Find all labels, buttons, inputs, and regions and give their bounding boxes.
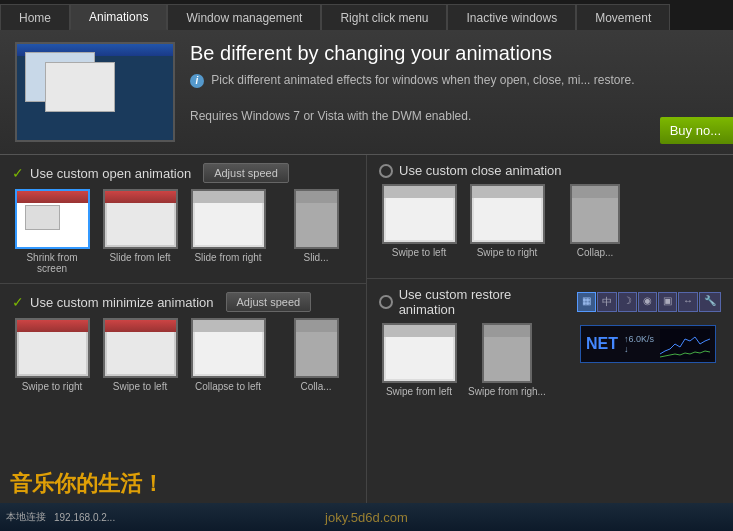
open-anim-label-shrink: Shrink from screen <box>12 252 92 274</box>
minimize-anim-1[interactable]: Swipe to left <box>100 318 180 408</box>
toolbar-icon-6[interactable]: 🔧 <box>699 292 721 312</box>
net-chart <box>660 329 710 359</box>
minimize-checkmark: ✓ <box>12 294 24 310</box>
restore-anim-1[interactable]: Swipe from righ... <box>467 323 547 413</box>
net-speeds: ↑6.0K/s ↓ <box>624 334 654 354</box>
minimize-anim-0[interactable]: Swipe to right <box>12 318 92 408</box>
close-anim-thumb-2 <box>570 184 620 244</box>
info-icon: i <box>190 74 204 88</box>
net-monitor-widget: NET ↑6.0K/s ↓ <box>580 325 716 363</box>
minimize-anim-thumb-0 <box>15 318 90 378</box>
restore-anim-label-0: Swipe from left <box>379 386 459 397</box>
open-anim-label-partial: Slid... <box>276 252 354 263</box>
minimize-animation-header: ✓ Use custom minimize animation Adjust s… <box>12 292 354 312</box>
toolbar-icon-0[interactable]: ▦ <box>577 292 596 312</box>
open-anim-slide-right[interactable]: Slide from right <box>188 189 268 279</box>
close-anim-label-0: Swipe to left <box>379 247 459 258</box>
taskbar-overlay: 本地连接 192.168.0.2... joky.5d6d.com <box>0 503 733 531</box>
restore-anim-0[interactable]: Swipe from left <box>379 323 459 413</box>
taskbar-local-label: 本地连接 <box>6 510 46 524</box>
tab-inactive-windows[interactable]: Inactive windows <box>447 4 576 30</box>
tab-right-click-menu[interactable]: Right click menu <box>321 4 447 30</box>
restore-animation-section: Use custom restore animation ▦ 中 ☽ ◉ ▣ ↔… <box>367 279 733 407</box>
open-anim-label-slide-left: Slide from left <box>100 252 180 263</box>
open-anim-thumb-slide-left <box>103 189 178 249</box>
minimize-checkbox-label[interactable]: ✓ Use custom minimize animation <box>12 294 214 310</box>
hero-text: Be different by changing your animations… <box>190 42 718 125</box>
open-animation-header: ✓ Use custom open animation Adjust speed <box>12 163 354 183</box>
restore-anim-label-1: Swipe from righ... <box>467 386 547 397</box>
minimize-adjust-speed-button[interactable]: Adjust speed <box>226 292 312 312</box>
open-anim-thumb-partial <box>294 189 339 249</box>
close-anim-thumb-0 <box>382 184 457 244</box>
close-checkbox-label[interactable]: Use custom close animation <box>379 163 562 178</box>
tab-movement[interactable]: Movement <box>576 4 670 30</box>
restore-checkbox-label[interactable]: Use custom restore animation <box>379 287 565 317</box>
tab-home[interactable]: Home <box>0 4 70 30</box>
minimize-anim-label-0: Swipe to right <box>12 381 92 392</box>
close-anim-label-1: Swipe to right <box>467 247 547 258</box>
buy-now-button[interactable]: Buy no... <box>660 117 733 144</box>
open-anim-shrink[interactable]: Shrink from screen <box>12 189 92 279</box>
open-anim-label-slide-right: Slide from right <box>188 252 268 263</box>
restore-anim-thumb-1 <box>482 323 532 383</box>
restore-radio <box>379 295 393 309</box>
open-animations-row: Shrink from screen Slide from left <box>12 189 354 279</box>
hero-preview-image <box>15 42 175 142</box>
close-anim-thumb-1 <box>470 184 545 244</box>
restore-toolbar: ▦ 中 ☽ ◉ ▣ ↔ 🔧 <box>577 292 721 312</box>
toolbar-icon-3[interactable]: ◉ <box>638 292 657 312</box>
hero-section: Be different by changing your animations… <box>0 30 733 155</box>
open-adjust-speed-button[interactable]: Adjust speed <box>203 163 289 183</box>
right-column: Use custom close animation Swipe to left <box>367 155 733 531</box>
net-label: NET <box>586 335 618 353</box>
tab-window-management[interactable]: Window management <box>167 4 321 30</box>
close-anim-2[interactable]: Collap... <box>555 184 635 274</box>
restore-content-area: Swipe from left Swipe from righ... NET <box>379 323 721 403</box>
close-animation-section: Use custom close animation Swipe to left <box>367 155 733 278</box>
preview-window-2 <box>45 62 115 112</box>
svg-rect-0 <box>660 329 710 359</box>
close-anim-1[interactable]: Swipe to right <box>467 184 547 274</box>
close-anim-label-2: Collap... <box>555 247 635 258</box>
open-anim-thumb-slide-right <box>191 189 266 249</box>
open-anim-slide-partial[interactable]: Slid... <box>276 189 354 279</box>
minimize-anim-thumb-3 <box>294 318 339 378</box>
minimize-anim-3[interactable]: Colla... <box>276 318 354 408</box>
restore-animation-header: Use custom restore animation ▦ 中 ☽ ◉ ▣ ↔… <box>379 287 721 317</box>
toolbar-icon-2[interactable]: ☽ <box>618 292 637 312</box>
open-anim-thumb-shrink <box>15 189 90 249</box>
minimize-anim-label-3: Colla... <box>276 381 354 392</box>
open-animation-section: ✓ Use custom open animation Adjust speed… <box>0 155 366 283</box>
toolbar-icon-5[interactable]: ↔ <box>678 292 698 312</box>
left-column: ✓ Use custom open animation Adjust speed… <box>0 155 367 531</box>
minimize-animation-section: ✓ Use custom minimize animation Adjust s… <box>0 284 366 412</box>
restore-anim-thumb-0 <box>382 323 457 383</box>
minimize-animations-row: Swipe to right Swipe to left <box>12 318 354 408</box>
minimize-anim-label-1: Swipe to left <box>100 381 180 392</box>
minimize-anim-thumb-2 <box>191 318 266 378</box>
tab-bar: Home Animations Window management Right … <box>0 0 733 30</box>
minimize-anim-label-2: Collapse to left <box>188 381 268 392</box>
minimize-anim-thumb-1 <box>103 318 178 378</box>
hero-title: Be different by changing your animations <box>190 42 718 65</box>
taskbar-ip: 192.168.0.2... <box>54 512 115 523</box>
watermark-text: joky.5d6d.com <box>325 510 408 525</box>
tab-animations[interactable]: Animations <box>70 4 167 30</box>
close-animation-header: Use custom close animation <box>379 163 721 178</box>
close-animations-row: Swipe to left Swipe to right Collap <box>379 184 721 274</box>
toolbar-icon-1[interactable]: 中 <box>597 292 617 312</box>
open-checkmark: ✓ <box>12 165 24 181</box>
minimize-anim-2[interactable]: Collapse to left <box>188 318 268 408</box>
close-radio <box>379 164 393 178</box>
open-checkbox-label[interactable]: ✓ Use custom open animation <box>12 165 191 181</box>
toolbar-icon-4[interactable]: ▣ <box>658 292 677 312</box>
hero-desc: i Pick different animated effects for wi… <box>190 71 650 125</box>
open-anim-slide-left[interactable]: Slide from left <box>100 189 180 279</box>
close-anim-0[interactable]: Swipe to left <box>379 184 459 274</box>
